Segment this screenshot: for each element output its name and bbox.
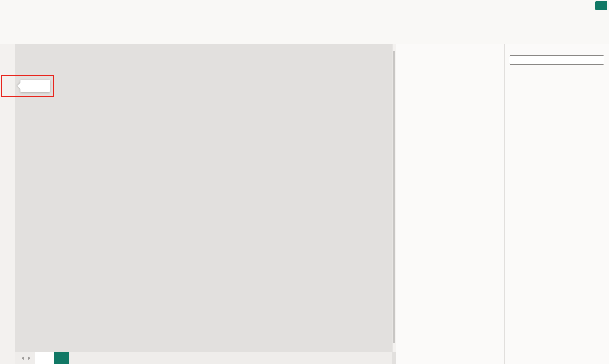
data-panel <box>504 44 609 364</box>
ribbon-tab-row <box>0 0 8 11</box>
model-view-tooltip <box>20 80 50 92</box>
add-layout-button[interactable] <box>54 352 69 364</box>
properties-panel <box>396 44 504 364</box>
model-diagram-canvas[interactable] <box>15 44 392 352</box>
next-page-arrow[interactable] <box>26 355 33 361</box>
view-sidebar <box>0 44 15 364</box>
powerbi-model-view-window <box>0 0 609 364</box>
scrollbar-thumb[interactable] <box>393 51 395 343</box>
tab-all-tables[interactable] <box>35 352 54 364</box>
share-button[interactable] <box>595 1 607 10</box>
ribbon <box>0 0 609 44</box>
canvas-vertical-scrollbar[interactable] <box>392 44 396 352</box>
cards-section-header[interactable] <box>401 50 499 61</box>
search-input[interactable] <box>514 57 602 63</box>
prev-page-arrow[interactable] <box>19 355 26 361</box>
search-box[interactable] <box>509 55 604 65</box>
page-tabs-bar <box>15 352 392 364</box>
